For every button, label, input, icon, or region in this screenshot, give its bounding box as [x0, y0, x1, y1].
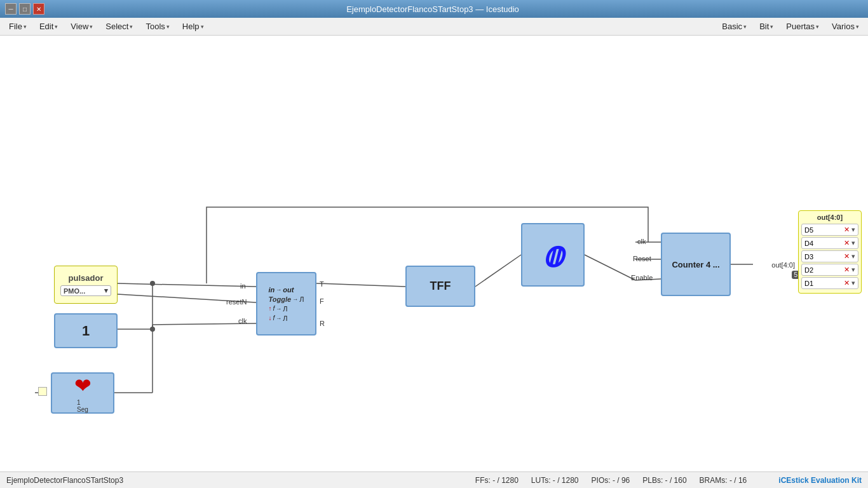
output-row-d2[interactable]: D2 ✕ ▾: [801, 264, 858, 276]
port-T-label: T: [320, 280, 324, 288]
output-row-d4[interactable]: D4 ✕ ▾: [801, 237, 858, 249]
canvas-area[interactable]: pulsador PMO... ▾ 1 ❤ 1Seg in resetN clk…: [0, 36, 868, 471]
d2-dropdown-icon[interactable]: ▾: [851, 266, 855, 274]
help-arrow-icon: ▾: [201, 24, 204, 30]
output-d1-label: D1: [804, 280, 813, 287]
counter-block[interactable]: Counter 4 ...: [661, 233, 731, 296]
menu-view[interactable]: View ▾: [64, 19, 99, 34]
pulsador-label: pulsador: [69, 273, 104, 283]
constant-block[interactable]: 1: [54, 313, 118, 348]
file-arrow-icon: ▾: [24, 24, 27, 30]
pulsador-select[interactable]: PMO... ▾: [60, 285, 111, 296]
output-d3-label: D3: [804, 253, 813, 261]
menu-bar: File ▾ Edit ▾ View ▾ Select ▾ Tools ▾ He…: [0, 18, 868, 36]
output-row-d3[interactable]: D3 ✕ ▾: [801, 250, 858, 262]
port-F-label: F: [320, 297, 324, 305]
port-clk-counter-label: clk: [637, 238, 646, 245]
clock-label: 1Seg: [77, 399, 88, 413]
project-name: EjemploDetectorFlancoSTartStop3: [6, 476, 123, 485]
toggle-block[interactable]: in → out Toggle → Л ↑ f → Л ↓ f → Л: [256, 272, 316, 336]
digit-block[interactable]: 𝕠: [521, 223, 585, 287]
output-d1-controls: ✕ ▾: [844, 279, 855, 287]
edit-arrow-icon: ▾: [55, 24, 58, 30]
output-d5-label: D5: [804, 226, 813, 234]
output-d2-controls: ✕ ▾: [844, 266, 855, 274]
view-arrow-icon: ▾: [90, 24, 93, 30]
port-clk-label: clk: [238, 317, 247, 325]
tff-label: TFF: [430, 280, 451, 293]
clock-enable-square[interactable]: [38, 387, 47, 396]
svg-point-14: [150, 281, 155, 286]
d2-close-icon[interactable]: ✕: [844, 266, 850, 274]
title-bar: ─ □ ✕ EjemploDetectorFlancoSTartStop3 — …: [0, 0, 868, 18]
tools-arrow-icon: ▾: [166, 24, 170, 30]
wires-svg: [0, 36, 868, 471]
port-enable-label: Enable: [631, 274, 653, 281]
menu-basic[interactable]: Basic ▾: [715, 19, 753, 34]
pulsador-block[interactable]: pulsador PMO... ▾: [54, 266, 118, 304]
port-R-label: R: [320, 320, 325, 327]
pulsador-dropdown-icon[interactable]: ▾: [104, 287, 108, 295]
menu-help[interactable]: Help ▾: [176, 19, 210, 34]
maximize-button[interactable]: □: [19, 3, 31, 15]
brams-stat: BRAMs: - / 16: [700, 476, 747, 485]
port-in-label: in: [240, 282, 246, 290]
output-panel: out[4:0] D5 ✕ ▾ D4 ✕ ▾ D3 ✕ ▾ D2 ✕: [798, 210, 862, 294]
status-stats: FFs: - / 1280 LUTs: - / 1280 PIOs: - / 9…: [475, 476, 747, 485]
tff-block[interactable]: TFF: [405, 266, 475, 307]
bit-arrow-icon: ▾: [770, 24, 773, 30]
select-arrow-icon: ▾: [130, 24, 133, 30]
output-d2-label: D2: [804, 266, 813, 274]
d4-dropdown-icon[interactable]: ▾: [851, 239, 855, 247]
menu-edit[interactable]: Edit ▾: [33, 19, 64, 34]
digit-value: 𝕠: [542, 234, 564, 275]
out-label: out[4:0]: [771, 261, 795, 269]
menu-bit[interactable]: Bit ▾: [753, 19, 780, 34]
menu-puertas[interactable]: Puertas ▾: [780, 19, 825, 34]
menu-varios[interactable]: Varios ▾: [825, 19, 865, 34]
svg-line-9: [475, 255, 521, 287]
port-reset-label: Reset: [633, 255, 651, 262]
output-row-d1[interactable]: D1 ✕ ▾: [801, 277, 858, 289]
plbs-stat: PLBs: - / 160: [642, 476, 686, 485]
constant-value: 1: [82, 323, 90, 339]
pulsador-select-value: PMO...: [64, 287, 85, 295]
counter-label: Counter 4 ...: [672, 260, 719, 269]
close-button[interactable]: ✕: [33, 3, 44, 15]
varios-arrow-icon: ▾: [856, 24, 859, 30]
svg-line-0: [118, 283, 256, 287]
d5-dropdown-icon[interactable]: ▾: [851, 226, 855, 234]
svg-point-13: [150, 327, 155, 332]
output-d4-controls: ✕ ▾: [844, 239, 855, 247]
output-row-d5[interactable]: D5 ✕ ▾: [801, 224, 858, 236]
d3-close-icon[interactable]: ✕: [844, 252, 850, 261]
menu-file[interactable]: File ▾: [3, 19, 33, 34]
ffs-stat: FFs: - / 1280: [475, 476, 519, 485]
minimize-button[interactable]: ─: [5, 3, 17, 15]
puertas-arrow-icon: ▾: [816, 24, 819, 30]
menu-select[interactable]: Select ▾: [99, 19, 139, 34]
output-title: out[4:0]: [801, 214, 858, 221]
svg-line-8: [316, 283, 405, 287]
d4-close-icon[interactable]: ✕: [844, 239, 850, 247]
pios-stat: PIOs: - / 96: [592, 476, 630, 485]
output-d3-controls: ✕ ▾: [844, 252, 855, 261]
d1-close-icon[interactable]: ✕: [844, 279, 850, 287]
menu-tools[interactable]: Tools ▾: [139, 19, 175, 34]
menu-bar-right: Basic ▾ Bit ▾ Puertas ▾ Varios ▾: [715, 19, 865, 34]
output-d4-label: D4: [804, 240, 813, 247]
d1-dropdown-icon[interactable]: ▾: [851, 279, 855, 287]
heart-icon: ❤: [74, 374, 92, 398]
d3-dropdown-icon[interactable]: ▾: [851, 252, 855, 261]
svg-line-10: [585, 255, 635, 280]
port-resetn-label: resetN: [226, 298, 247, 306]
window-title: EjemploDetectorFlancoSTartStop3 — Icestu…: [44, 4, 821, 14]
output-d5-controls: ✕ ▾: [844, 226, 855, 234]
luts-stat: LUTs: - / 1280: [531, 476, 579, 485]
status-bar: EjemploDetectorFlancoSTartStop3 FFs: - /…: [0, 471, 868, 488]
d5-close-icon[interactable]: ✕: [844, 226, 850, 234]
basic-arrow-icon: ▾: [743, 24, 747, 30]
board-name: iCEstick Evaluation Kit: [778, 476, 862, 485]
heart-clock-block[interactable]: ❤ 1Seg: [51, 372, 114, 414]
